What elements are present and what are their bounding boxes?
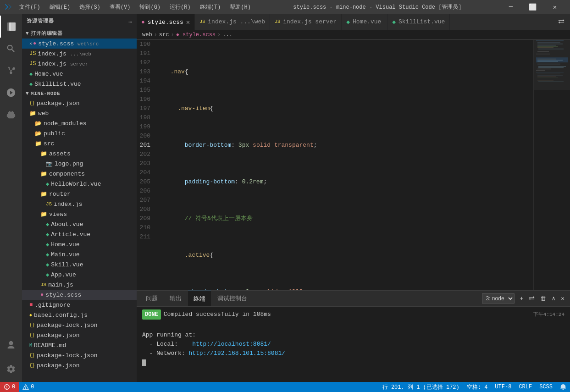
open-editor-index-web[interactable]: JS index.js ...\web (22, 49, 137, 59)
menu-run[interactable]: 运行(R) (166, 2, 194, 12)
title-bar: 文件(F) 编辑(E) 选择(S) 查看(V) 转到(G) 运行(R) 终端(T… (0, 0, 570, 14)
tree-views[interactable]: 📁 views (22, 209, 137, 219)
vue-icon: ◆ (46, 251, 49, 258)
tab-close-icon[interactable]: ✕ (186, 18, 190, 26)
open-editor-skilllist-vue[interactable]: ◆ SkillList.vue (22, 79, 137, 89)
split-terminal-icon[interactable]: ⮂ (527, 294, 537, 303)
status-language[interactable]: SCSS (536, 382, 556, 392)
activity-search[interactable] (0, 38, 22, 60)
tree-babel-config[interactable]: ◆ babel.config.js (22, 310, 137, 320)
chevron-up-icon[interactable]: ∧ (550, 294, 557, 303)
status-right: 行 201, 列 1 (已选择 172) 空格: 4 UTF-8 CRLF SC… (379, 382, 570, 392)
activity-debug[interactable] (0, 82, 22, 104)
tab-skilllist-vue[interactable]: ◆ SkillList.vue (387, 14, 450, 30)
tree-router-index-js[interactable]: JS index.js (22, 199, 137, 209)
activity-account[interactable] (0, 334, 22, 356)
tab-home-vue[interactable]: ◆ Home.vue (342, 14, 387, 30)
tree-skill-vue[interactable]: ◆ Skill.vue (22, 259, 137, 270)
terminal-select[interactable]: 3: node (482, 293, 515, 304)
project-section[interactable]: ▼ MINE-NODE (22, 89, 137, 98)
tree-package-json-1[interactable]: {} package.json (22, 330, 137, 340)
menu-help[interactable]: 帮助(H) (226, 2, 255, 12)
line-num-210: 210 (137, 223, 154, 232)
tree-package-lock-2[interactable]: {} package-lock.json (22, 350, 137, 360)
tree-app-vue[interactable]: ◆ App.vue (22, 270, 137, 280)
minimize-button[interactable]: ─ (500, 0, 521, 14)
tree-readme[interactable]: M README.md (22, 340, 137, 350)
status-line-col[interactable]: 行 201, 列 1 (已选择 172) (379, 382, 463, 392)
status-notifications[interactable] (556, 382, 570, 392)
tree-about-vue[interactable]: ◆ About.vue (22, 219, 137, 229)
menu-terminal[interactable]: 终端(T) (196, 2, 225, 12)
js-icon: JS (40, 282, 46, 287)
activity-git[interactable] (0, 60, 22, 82)
activity-settings[interactable] (0, 358, 22, 380)
breadcrumb-src[interactable]: src (159, 32, 169, 38)
status-warnings[interactable]: 0 (19, 382, 38, 392)
tree-helloworld-vue[interactable]: ◆ HelloWorld.vue (22, 179, 137, 189)
open-editor-style-scss[interactable]: ✕ ● style.scss web\src (22, 39, 137, 49)
tab-index-server[interactable]: JS index.js server (270, 14, 342, 30)
status-encoding[interactable]: UTF-8 (491, 382, 515, 392)
tab-index-web[interactable]: JS index.js ...\web (195, 14, 270, 30)
tree-node-modules[interactable]: 📂 node_modules (22, 118, 137, 128)
menu-view[interactable]: 查看(V) (106, 2, 134, 12)
tab-label: SkillList.vue (398, 18, 445, 25)
menu-goto[interactable]: 转到(G) (136, 2, 164, 12)
tree-article-vue[interactable]: ◆ Article.vue (22, 229, 137, 239)
tree-logo-png[interactable]: 📷 logo.png (22, 159, 137, 169)
minimap-content (534, 40, 570, 290)
activity-explorer[interactable] (0, 16, 22, 38)
tree-package-json-2[interactable]: {} package.json (22, 360, 137, 370)
tab-problems[interactable]: 问题 (140, 291, 163, 306)
tree-style-scss[interactable]: ● style.scss (22, 290, 137, 300)
breadcrumb-file[interactable]: ● style.scss (176, 32, 216, 38)
code-editor[interactable]: .nav{ .nav-item{ border-bottom: 3px soli… (160, 40, 533, 290)
editor-content[interactable]: 190 191 192 193 194 195 196 197 198 199 … (137, 40, 570, 290)
activity-extensions[interactable] (0, 104, 22, 126)
breadcrumb-web[interactable]: web (142, 32, 152, 38)
maximize-button[interactable]: ⬜ (522, 0, 543, 14)
tree-main-vue[interactable]: ◆ Main.vue (22, 249, 137, 259)
tab-terminal[interactable]: 终端 (188, 291, 211, 306)
menu-edit[interactable]: 编辑(E) (46, 2, 74, 12)
status-eol[interactable]: CRLF (515, 382, 536, 392)
tab-style-scss[interactable]: ● style.scss ✕ (137, 14, 195, 30)
tree-components[interactable]: 📁 components (22, 169, 137, 179)
tree-package-json-root[interactable]: {} package.json (22, 98, 137, 108)
tree-package-lock-1[interactable]: {} package-lock.json (22, 320, 137, 330)
json-icon: {} (29, 363, 35, 368)
menu-file[interactable]: 文件(F) (16, 2, 44, 12)
tree-main-js[interactable]: JS main.js (22, 280, 137, 290)
close-icon[interactable]: ✕ (29, 41, 32, 46)
tree-gitignore[interactable]: ■ .gitignore (22, 300, 137, 310)
menu-select[interactable]: 选择(S) (76, 2, 104, 12)
open-editor-index-server[interactable]: JS index.js server (22, 59, 137, 69)
tree-src[interactable]: 📁 src (22, 138, 137, 149)
add-terminal-icon[interactable]: + (518, 294, 526, 303)
title-bar-menus[interactable]: 文件(F) 编辑(E) 选择(S) 查看(V) 转到(G) 运行(R) 终端(T… (16, 2, 255, 12)
tree-assets[interactable]: 📁 assets (22, 149, 137, 159)
open-editors-section[interactable]: ▼ 打开的编辑器 (22, 28, 137, 39)
title-bar-left: 文件(F) 编辑(E) 选择(S) 查看(V) 转到(G) 运行(R) 终端(T… (5, 2, 255, 12)
tree-web-folder[interactable]: 📁 web (22, 108, 137, 118)
network-link[interactable]: http://192.168.101.15:8081/ (188, 350, 285, 357)
status-errors[interactable]: 0 (0, 382, 19, 392)
tab-output[interactable]: 输出 (164, 291, 187, 306)
close-button[interactable]: ✕ (544, 0, 565, 14)
new-file-icon[interactable]: … (128, 18, 132, 24)
tree-router-folder[interactable]: 📁 router (22, 189, 137, 199)
editor-area: ● style.scss ✕ JS index.js ...\web JS in… (137, 14, 570, 382)
local-link[interactable]: http://localhost:8081/ (192, 341, 271, 348)
tree-home-vue[interactable]: ◆ Home.vue (22, 239, 137, 249)
line-num-204: 204 (137, 168, 154, 177)
open-editor-home-vue[interactable]: ◆ Home.vue (22, 69, 137, 79)
status-spaces[interactable]: 空格: 4 (463, 382, 492, 392)
split-editor-icon[interactable]: ⮂ (556, 17, 566, 27)
tab-debug-console[interactable]: 调试控制台 (212, 291, 253, 306)
trash-icon[interactable]: 🗑 (538, 294, 548, 303)
main-layout: 资源管理器 … ▼ 打开的编辑器 ✕ ● style.scss web\src … (0, 14, 570, 382)
tree-public[interactable]: 📂 public (22, 128, 137, 138)
close-panel-icon[interactable]: ✕ (559, 294, 566, 303)
breadcrumb-symbol[interactable]: ... (222, 32, 232, 38)
